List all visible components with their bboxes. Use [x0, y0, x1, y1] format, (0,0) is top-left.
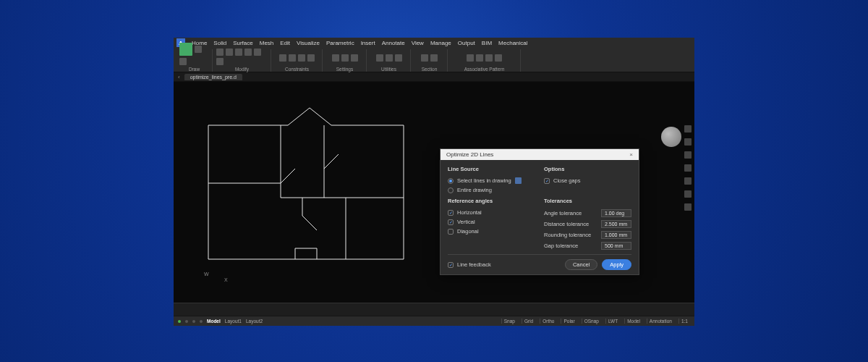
ribbon-draw-icon[interactable] [179, 43, 192, 56]
status-dot-icon[interactable] [185, 320, 188, 323]
ribbon-tool-icon[interactable] [386, 54, 393, 62]
side-tool-icon[interactable] [684, 177, 692, 185]
command-input[interactable] [178, 306, 690, 314]
ribbon-tool-icon[interactable] [476, 54, 483, 62]
ribbon-tool-icon[interactable] [495, 54, 502, 62]
side-tool-icon[interactable] [684, 151, 692, 159]
floorplan-drawing [201, 104, 411, 270]
ribbon-tool-icon[interactable] [235, 49, 242, 56]
cancel-button[interactable]: Cancel [565, 259, 597, 270]
ribbon-tool-icon[interactable] [376, 54, 383, 62]
check-vertical[interactable] [448, 219, 454, 225]
menu-mesh[interactable]: Mesh [260, 40, 274, 46]
distance-tolerance-input[interactable]: 2.500 mm [601, 220, 631, 228]
section-head: Line Source [448, 166, 535, 172]
ribbon-tool-icon[interactable] [195, 46, 202, 53]
ribbon-tool-icon[interactable] [467, 54, 474, 62]
ribbon-tool-icon[interactable] [298, 54, 305, 62]
menu-bim[interactable]: BIM [482, 40, 492, 46]
status-scale[interactable]: 1:1 [678, 319, 690, 324]
close-icon[interactable]: × [629, 151, 633, 158]
side-tool-icon[interactable] [684, 190, 692, 198]
status-toggle[interactable]: Grid [522, 319, 535, 324]
check-line-feedback[interactable] [448, 262, 454, 268]
check-diagonal[interactable] [448, 229, 454, 235]
check-horizontal[interactable] [448, 210, 454, 216]
status-tab-layout2[interactable]: Layout2 [246, 319, 263, 324]
side-tool-icon[interactable] [684, 203, 692, 211]
menu-visualize[interactable]: Visualize [297, 40, 320, 46]
chevron-left-icon[interactable]: ‹ [178, 74, 180, 80]
ribbon-tool-icon[interactable] [254, 49, 261, 56]
ribbon-tool-icon[interactable] [216, 49, 224, 56]
ribbon-tool-icon[interactable] [421, 54, 428, 62]
menu-surface[interactable]: Surface [233, 40, 253, 46]
ribbon-group-assoc-pattern: Associative Pattern [448, 49, 521, 72]
angle-tolerance-input[interactable]: 1.00 deg [601, 209, 631, 217]
radio-label: Entire drawing [457, 187, 492, 193]
side-tool-icon[interactable] [684, 164, 692, 172]
menu-annotate[interactable]: Annotate [382, 40, 405, 46]
status-dot-icon[interactable] [178, 320, 181, 323]
status-toggle[interactable]: OSnap [582, 319, 601, 324]
ribbon-tool-icon[interactable] [216, 58, 224, 65]
view-cube-icon[interactable] [661, 127, 681, 147]
status-toggle[interactable]: Ortho [540, 319, 556, 324]
ribbon-tool-icon[interactable] [332, 54, 339, 62]
menu-output[interactable]: Output [458, 40, 475, 46]
document-tabs: ‹ optimize_lines_pre.d [174, 72, 694, 82]
command-line [174, 303, 694, 316]
side-tool-icon[interactable] [684, 125, 692, 132]
status-toggle[interactable]: Snap [501, 319, 517, 324]
radio-entire-drawing[interactable] [448, 188, 454, 193]
ribbon-label: Associative Pattern [464, 67, 505, 72]
field-label: Distance tolerance [544, 221, 589, 227]
ribbon-group-settings: Settings [323, 49, 367, 72]
document-tab[interactable]: optimize_lines_pre.d [184, 74, 242, 80]
ribbon-tool-icon[interactable] [244, 49, 252, 56]
ribbon-tool-icon[interactable] [179, 58, 187, 65]
status-toggle[interactable]: LWT [605, 319, 620, 324]
ribbon-tool-icon[interactable] [395, 54, 402, 62]
gap-tolerance-input[interactable]: 500 mm [601, 242, 631, 250]
ribbon-tool-icon[interactable] [430, 54, 438, 62]
status-dot-icon[interactable] [192, 320, 195, 323]
menu-mechanical[interactable]: Mechanical [498, 40, 527, 46]
dialog-footer: Line feedback Cancel Apply [448, 254, 631, 270]
status-toggle[interactable]: Polar [561, 319, 576, 324]
menu-parametric[interactable]: Parametric [326, 40, 354, 46]
menu-insert[interactable]: Insert [361, 40, 375, 46]
status-toggle[interactable]: Annotation [647, 319, 674, 324]
status-tab-layout1[interactable]: Layout1 [225, 319, 242, 324]
ribbon-tool-icon[interactable] [485, 54, 493, 62]
status-tab-model[interactable]: Model [207, 319, 221, 324]
side-tool-icon[interactable] [684, 138, 692, 146]
pick-icon[interactable] [515, 177, 522, 184]
ribbon-label: Modify [235, 67, 249, 72]
ribbon-label: Settings [336, 67, 354, 72]
section-line-source: Line Source Select lines in drawing Enti… [448, 166, 535, 193]
ribbon-tool-icon[interactable] [289, 54, 296, 62]
ribbon-group-section: Section [412, 49, 448, 72]
section-options: Options Close gaps [544, 166, 631, 193]
check-close-gaps[interactable] [544, 178, 550, 184]
radio-select-lines[interactable] [448, 178, 454, 184]
ribbon-tool-icon[interactable] [341, 54, 349, 62]
ribbon-tool-icon[interactable] [351, 54, 358, 62]
menu-edit[interactable]: Edit [280, 40, 290, 46]
menu-manage[interactable]: Manage [430, 40, 451, 46]
rounding-tolerance-input[interactable]: 1.000 mm [601, 231, 631, 239]
apply-button[interactable]: Apply [602, 259, 631, 270]
ribbon-label: Draw [189, 67, 200, 72]
ribbon-group-draw: Draw [176, 49, 213, 72]
dialog-titlebar[interactable]: Optimize 2D Lines × [441, 149, 639, 160]
ribbon-tool-icon[interactable] [307, 54, 315, 62]
ribbon-group-modify: Modify [213, 49, 271, 72]
drawing-canvas[interactable]: W X Optimize 2D Lines × Line Source [174, 82, 694, 303]
menu-solid[interactable]: Solid [213, 40, 226, 46]
ribbon-tool-icon[interactable] [226, 49, 233, 56]
status-toggle[interactable]: Model [624, 319, 642, 324]
ribbon-tool-icon[interactable] [279, 54, 286, 62]
menu-view[interactable]: View [412, 40, 424, 46]
status-dot-icon[interactable] [200, 320, 203, 323]
